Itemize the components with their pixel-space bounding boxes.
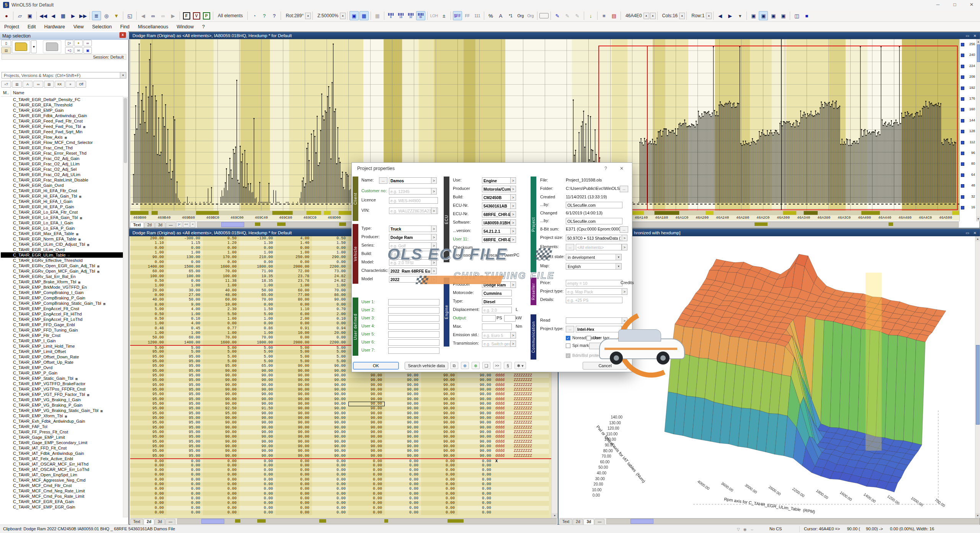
table-cell[interactable]: 0.00: [239, 260, 276, 265]
field-elements[interactable]: [576, 244, 622, 250]
table-cell[interactable]: 95.00: [130, 383, 167, 387]
help-icon[interactable]: ?: [604, 166, 607, 171]
field-use[interactable]: [482, 177, 512, 184]
table-cell[interactable]: 60.00: [276, 288, 312, 293]
table-cell[interactable]: 90.00: [312, 373, 348, 378]
nav-button[interactable]: <<: [183, 222, 189, 227]
paste-icon[interactable]: ⧉: [450, 362, 458, 369]
table-cell[interactable]: 90.00: [385, 397, 421, 402]
field-projecttype[interactable]: [566, 288, 622, 295]
toolbar-button[interactable]: ?: [260, 11, 269, 20]
expand-button[interactable]: >: [510, 186, 516, 192]
map-list-item[interactable]: C_TAHR_EMP_CompBraking_Static_Gain_Tbl▦: [1, 301, 123, 306]
map-list-item[interactable]: C_TAHR_MCF_Cmd_Pos_Rate_Limit: [1, 494, 123, 499]
table-row[interactable]: 0.000.000.000.000.000.000.000.000.000.00: [130, 492, 551, 496]
table-cell[interactable]: 0.00: [457, 496, 494, 501]
table-cell[interactable]: 1500.00: [167, 265, 203, 269]
table-cell[interactable]: 0.00: [348, 492, 385, 496]
toolbar-button[interactable]: Org: [526, 11, 535, 20]
field-motorcode[interactable]: [482, 290, 512, 296]
table-cell[interactable]: 0.00: [203, 463, 239, 468]
tab-3d[interactable]: 3d: [155, 222, 165, 228]
table-cell[interactable]: 1.00: [312, 250, 348, 255]
field-type[interactable]: [482, 298, 512, 305]
byte-width-Bl-button[interactable]: Bl: [416, 11, 425, 20]
expand-button[interactable]: >: [431, 276, 437, 283]
menu-item-window[interactable]: Window: [173, 24, 198, 29]
map-list-item[interactable]: C_TAHR_EGRv_Sat_Err_Bal_En: [1, 274, 123, 279]
table-cell[interactable]: 90.00: [348, 406, 385, 411]
field-displacement[interactable]: [482, 307, 512, 313]
table-cell[interactable]: 1.10: [130, 241, 167, 245]
table-cell[interactable]: 0.00: [312, 246, 348, 250]
map-list-item[interactable]: C_TAHR_MCF_Cmd_Fltr_Cnst: [1, 483, 123, 488]
table-cell[interactable]: 90.00: [421, 383, 457, 387]
table-cell[interactable]: 100.00: [130, 274, 167, 279]
map-list-item[interactable]: C_TAHR_IAT_Felx_Active_Enbl: [1, 456, 123, 461]
table-cell[interactable]: 90.00: [312, 383, 348, 387]
table-cell[interactable]: 90.00: [239, 373, 276, 378]
table-cell[interactable]: 65.00: [239, 293, 276, 298]
table-cell[interactable]: 0.00: [203, 473, 239, 477]
table-row[interactable]: 0.000.000.000.000.000.000.000.000.000.00: [130, 496, 551, 501]
table-cell[interactable]: 0.00: [421, 459, 457, 463]
table-cell[interactable]: 1.00: [130, 331, 167, 335]
field-type[interactable]: [389, 226, 433, 232]
table-cell[interactable]: 90.00: [276, 383, 312, 387]
table-cell[interactable]: 4.00: [276, 236, 312, 241]
table-cell[interactable]: 1600.00: [203, 340, 239, 345]
expand-button[interactable]: >: [622, 326, 627, 332]
import-button[interactable]: [43, 40, 61, 53]
table-row[interactable]: 95.0095.0090.0090.0090.0090.0090.0090.00…: [130, 373, 551, 378]
table-cell[interactable]: 0.00: [203, 496, 239, 501]
table-cell[interactable]: 0.00: [312, 477, 348, 482]
field-transmission[interactable]: [482, 340, 512, 347]
table-cell[interactable]: 1.00: [130, 250, 167, 255]
table-row[interactable]: 95.0095.0090.0090.0090.0090.0090.0090.00…: [130, 454, 551, 458]
table-cell[interactable]: 60.00: [167, 335, 203, 340]
table-cell[interactable]: 0.00: [457, 468, 494, 473]
field-series[interactable]: [389, 242, 433, 249]
expand-button[interactable]: >: [431, 177, 437, 184]
table-cell[interactable]: 90.00: [203, 383, 239, 387]
expand-button[interactable]: >: [431, 188, 437, 195]
table-cell[interactable]: 90.00: [457, 411, 494, 416]
table-cell[interactable]: 0.00: [276, 468, 312, 473]
table-cell[interactable]: 90.00: [239, 383, 276, 387]
toolbar-button[interactable]: ◀: [139, 11, 148, 20]
table-cell[interactable]: 0.00: [457, 459, 494, 463]
toolbar-button[interactable]: 111: [473, 11, 482, 20]
table-cell[interactable]: 90.00: [385, 444, 421, 449]
close-icon[interactable]: ✕: [620, 166, 624, 171]
table-cell[interactable]: 0.00: [130, 246, 167, 250]
table-cell[interactable]: 0.00: [167, 496, 203, 501]
chevron-down-icon[interactable]: ▼: [616, 254, 621, 260]
map-list-item[interactable]: C_TAHR_EGRv_Effective_Threshold: [1, 258, 123, 263]
table-cell[interactable]: 0.00: [312, 260, 348, 265]
expand-button[interactable]: >: [431, 268, 437, 274]
table-cell[interactable]: 90.00: [348, 411, 385, 416]
map-list-item[interactable]: C_TAHR_IAT_FFD_Flt_Cnst: [1, 445, 123, 451]
table-cell[interactable]: 95.00: [130, 364, 167, 368]
table-cell[interactable]: 0.00: [130, 482, 167, 487]
table-cell[interactable]: 95.00: [167, 397, 203, 402]
table-cell[interactable]: 0.00: [130, 477, 167, 482]
map-list-item[interactable]: C_TAHR_EGR_Feed_Fwd_Sqrt_Min: [1, 129, 123, 134]
table-cell[interactable]: 0.00: [276, 510, 312, 515]
toolbar-button[interactable]: ▣: [779, 11, 788, 20]
toolbar-button[interactable]: ✎: [553, 11, 562, 20]
table-cell[interactable]: 0.00: [457, 501, 494, 505]
table-cell[interactable]: 95.00: [130, 387, 167, 392]
col-m[interactable]: M..: [3, 90, 9, 95]
table-cell[interactable]: 95.00: [130, 373, 167, 378]
toolbar-button[interactable]: ▾: [735, 11, 745, 20]
table-cell[interactable]: 0.00: [130, 293, 167, 298]
table-cell[interactable]: 2200.00: [312, 340, 348, 345]
table-cell[interactable]: 0.00: [421, 482, 457, 487]
toolbar-button[interactable]: ▣: [749, 11, 758, 20]
table-cell[interactable]: 90.00: [348, 392, 385, 397]
toolbar-button[interactable]: ▼: [112, 11, 121, 20]
table-cell[interactable]: 1.00: [239, 331, 276, 335]
table-cell[interactable]: 90.00: [421, 430, 457, 435]
table-cell[interactable]: 0.00: [239, 487, 276, 491]
